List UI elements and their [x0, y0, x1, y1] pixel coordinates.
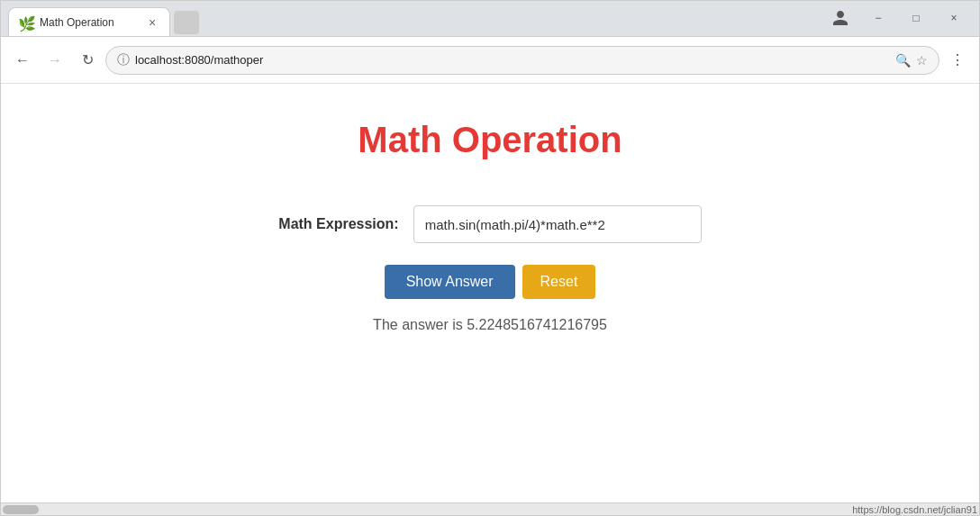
forward-button[interactable]: →	[41, 46, 69, 75]
bookmark-icon: ☆	[916, 53, 928, 68]
tab-bar: 🌿 Math Operation × − □ ×	[1, 1, 979, 37]
window-controls: − □ ×	[822, 5, 972, 36]
answer-display: The answer is 5.2248516741216795	[373, 317, 607, 333]
action-buttons: Show Answer Reset	[385, 265, 596, 299]
tab-favicon: 🌿	[18, 15, 32, 30]
expression-form-row: Math Expression:	[278, 205, 701, 243]
tab-close-button[interactable]: ×	[144, 14, 160, 31]
back-button[interactable]: ←	[8, 46, 37, 75]
expression-input[interactable]	[413, 205, 702, 243]
page-content: Math Operation Math Expression: Show Ans…	[1, 84, 979, 502]
active-tab[interactable]: 🌿 Math Operation ×	[8, 7, 170, 36]
browser-window: 🌿 Math Operation × − □ × ← → ↻ ⓘ localho…	[0, 0, 980, 516]
close-button[interactable]: ×	[936, 5, 972, 31]
page-title: Math Operation	[358, 120, 622, 160]
nav-right-controls: ⋮	[943, 46, 972, 75]
status-url: https://blog.csdn.net/jclian91	[852, 504, 977, 515]
scroll-thumb[interactable]	[3, 505, 39, 514]
tab-title: Math Operation	[40, 16, 137, 29]
address-text: localhost:8080/mathoper	[135, 53, 890, 67]
refresh-button[interactable]: ↻	[73, 46, 102, 75]
show-answer-button[interactable]: Show Answer	[385, 265, 515, 299]
reset-button[interactable]: Reset	[522, 265, 596, 299]
secure-icon: ⓘ	[117, 52, 130, 68]
address-bar[interactable]: ⓘ localhost:8080/mathoper 🔍 ☆	[105, 46, 939, 75]
minimize-button[interactable]: −	[860, 5, 896, 31]
nav-bar: ← → ↻ ⓘ localhost:8080/mathoper 🔍 ☆ ⋮	[1, 37, 979, 84]
horizontal-scrollbar[interactable]: https://blog.csdn.net/jclian91	[1, 502, 979, 515]
new-tab-button[interactable]	[174, 11, 199, 34]
search-icon: 🔍	[895, 53, 911, 68]
menu-button[interactable]: ⋮	[943, 46, 972, 75]
maximize-button[interactable]: □	[898, 5, 934, 31]
profile-button[interactable]	[822, 5, 858, 31]
expression-label: Math Expression:	[278, 216, 398, 232]
